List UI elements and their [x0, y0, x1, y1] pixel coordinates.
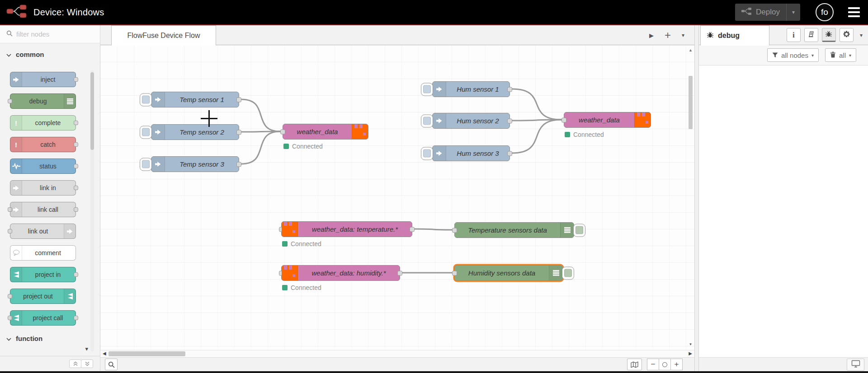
- flow-node-hum-sensor-3[interactable]: Hum sensor 3: [432, 145, 510, 161]
- input-port[interactable]: [8, 294, 12, 298]
- search-flows-button[interactable]: [105, 359, 118, 370]
- flow-node-weather-data[interactable]: weather_dataConnected: [283, 124, 368, 140]
- palette-node-status[interactable]: status: [10, 159, 76, 174]
- input-port[interactable]: [561, 117, 566, 122]
- palette-node-link-out[interactable]: link out: [10, 224, 76, 239]
- zoom-in-button[interactable]: +: [670, 359, 683, 370]
- deploy-options-caret[interactable]: ▾: [787, 9, 800, 15]
- sidebar-tab-help-button[interactable]: [804, 28, 818, 42]
- scroll-up-icon[interactable]: ▲: [688, 48, 693, 52]
- inject-button[interactable]: [421, 114, 433, 127]
- sidebar-tab-info-button[interactable]: i: [787, 28, 801, 42]
- tab-flowfuse-device-flow[interactable]: FlowFuse Device Flow: [111, 25, 216, 46]
- open-debug-window-button[interactable]: [847, 359, 864, 371]
- sidebar-splitter[interactable]: [694, 25, 699, 371]
- horizontal-scrollbar-thumb[interactable]: [108, 351, 185, 356]
- palette-category-common[interactable]: common: [0, 48, 100, 61]
- input-port[interactable]: [8, 99, 12, 103]
- inject-button[interactable]: [421, 83, 433, 96]
- flow-node-temp-sensor-1[interactable]: Temp sensor 1: [151, 92, 239, 107]
- flow-node-weather-data-humidity[interactable]: weather_data: humidity.*Connected: [281, 265, 400, 281]
- filter-nodes-button[interactable]: all nodes ▾: [767, 48, 819, 62]
- search-input[interactable]: [16, 30, 89, 38]
- zoom-reset-button[interactable]: [659, 359, 671, 370]
- flow-node-hum-sensor-2[interactable]: Hum sensor 2: [432, 113, 510, 129]
- palette-node-project-call[interactable]: project call: [10, 310, 76, 326]
- workspace[interactable]: Temp sensor 1Temp sensor 2Temp sensor 3w…: [100, 45, 694, 350]
- flow-node-temp-sensor-3[interactable]: Temp sensor 3: [151, 156, 239, 172]
- avatar[interactable]: fo: [816, 3, 834, 21]
- inject-button[interactable]: [421, 147, 433, 160]
- wire-h3-to-wd2[interactable]: [512, 120, 561, 153]
- vertical-scrollbar-thumb[interactable]: [689, 76, 693, 129]
- flow-node-temperature-sensors-data[interactable]: Temperature sensors data: [454, 222, 574, 238]
- flow-node-weather-data[interactable]: weather_dataConnected: [564, 112, 651, 128]
- palette-node-comment[interactable]: comment: [10, 245, 76, 261]
- debug-toggle-button[interactable]: [562, 266, 574, 280]
- scroll-down-icon[interactable]: ▾: [688, 342, 693, 346]
- output-port[interactable]: [507, 87, 512, 92]
- output-port[interactable]: [74, 272, 78, 277]
- inject-button[interactable]: [140, 158, 152, 171]
- palette-node-debug[interactable]: debug: [10, 93, 76, 109]
- output-port[interactable]: [74, 316, 78, 320]
- output-port[interactable]: [397, 270, 402, 275]
- output-port[interactable]: [74, 207, 78, 212]
- output-port[interactable]: [236, 130, 241, 135]
- palette-scroll-down-icon[interactable]: ▾: [85, 345, 88, 352]
- output-port[interactable]: [236, 162, 241, 167]
- add-flow-button[interactable]: +: [665, 31, 671, 40]
- minimap-button[interactable]: [627, 359, 642, 370]
- palette-node-complete[interactable]: !complete: [10, 115, 76, 131]
- main-menu-icon[interactable]: [847, 5, 861, 19]
- output-port[interactable]: [74, 186, 78, 190]
- sidebar-tab-debug-button[interactable]: [822, 28, 836, 42]
- palette-node-link-call[interactable]: link call: [10, 202, 76, 217]
- expand-all-categories-button[interactable]: [81, 359, 93, 368]
- palette-node-inject[interactable]: inject: [10, 72, 76, 87]
- wire-t1-to-wd1[interactable]: [241, 99, 280, 131]
- output-port[interactable]: [74, 77, 78, 82]
- palette-node-link-in[interactable]: link in: [10, 180, 76, 196]
- output-port[interactable]: [74, 164, 78, 168]
- output-port[interactable]: [74, 121, 78, 125]
- output-port[interactable]: [236, 97, 241, 102]
- palette-node-catch[interactable]: !catch: [10, 137, 76, 152]
- palette-node-project-out[interactable]: project out: [10, 289, 76, 304]
- canvas-horizontal-scrollbar[interactable]: ◀ ▶: [100, 350, 694, 357]
- palette-scrollbar-thumb[interactable]: [90, 72, 94, 150]
- scroll-right-icon[interactable]: ▶: [689, 351, 692, 356]
- wire-h1-to-wd2[interactable]: [512, 89, 561, 120]
- inject-button[interactable]: [140, 93, 152, 106]
- output-port[interactable]: [507, 118, 512, 123]
- flow-node-hum-sensor-1[interactable]: Hum sensor 1: [432, 81, 510, 97]
- input-port[interactable]: [280, 129, 285, 134]
- wire-t3-to-wd1[interactable]: [241, 131, 280, 164]
- zoom-out-button[interactable]: −: [647, 359, 659, 370]
- flow-list-caret[interactable]: ▾: [682, 32, 684, 38]
- input-port[interactable]: [452, 270, 457, 275]
- tab-debug[interactable]: debug: [700, 25, 769, 46]
- tab-scroll-right-icon[interactable]: ▶: [649, 32, 654, 39]
- inject-button[interactable]: [140, 126, 152, 139]
- scroll-left-icon[interactable]: ◀: [103, 351, 106, 356]
- deploy-button[interactable]: Deploy ▾: [735, 4, 800, 21]
- collapse-all-categories-button[interactable]: [69, 359, 81, 368]
- output-port[interactable]: [74, 142, 78, 147]
- sidebar-tab-config-button[interactable]: [840, 28, 854, 42]
- flow-node-weather-data-temperature[interactable]: weather_data: temperature.*Connected: [281, 221, 412, 237]
- sidebar-options-caret[interactable]: ▾: [860, 32, 863, 38]
- input-port[interactable]: [452, 228, 457, 233]
- wire-wt-to-td[interactable]: [415, 229, 452, 230]
- flow-node-humidity-sensors-data[interactable]: Humidity sensors data: [454, 265, 563, 281]
- clear-messages-button[interactable]: all ▾: [825, 48, 856, 62]
- input-port[interactable]: [8, 229, 12, 233]
- output-port[interactable]: [410, 227, 415, 232]
- flow-node-temp-sensor-2[interactable]: Temp sensor 2: [151, 124, 239, 140]
- output-port[interactable]: [507, 151, 512, 156]
- palette-category-function[interactable]: function: [0, 332, 100, 345]
- palette-scrollbar[interactable]: [90, 70, 94, 351]
- canvas-vertical-scrollbar[interactable]: ▲ ▾: [688, 48, 693, 346]
- debug-toggle-button[interactable]: [573, 224, 585, 237]
- palette-node-project-in[interactable]: project in: [10, 267, 76, 282]
